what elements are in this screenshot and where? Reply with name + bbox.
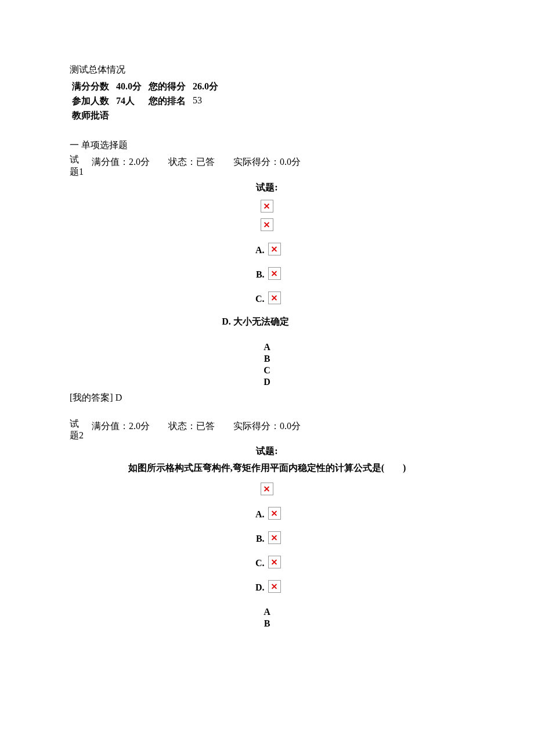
q2-label-bottom: 题2 <box>70 430 84 442</box>
q2-option-a-label: A. <box>253 509 264 520</box>
q1-option-c-label: C. <box>253 294 264 304</box>
broken-image-icon <box>261 200 273 213</box>
broken-image-icon <box>268 531 281 544</box>
q2-meta-text: 满分值：2.0分 状态：已答 实际得分：0.0分 <box>92 420 301 433</box>
q1-choice-b: B <box>70 354 464 364</box>
my-answer-label: [我的答案] <box>70 393 113 402</box>
q1-option-b-label: B. <box>253 269 264 280</box>
section-heading: 一 单项选择题 <box>70 139 464 152</box>
q2-body: 试题: 如图所示格构式压弯构件,弯矩作用平面内稳定性的计算公式是( ) A. B… <box>70 445 464 629</box>
my-answer-value: D <box>116 393 122 402</box>
q1-my-answer: [我的答案] D <box>70 392 464 404</box>
full-score-value: 40.0分 <box>116 80 149 94</box>
q2-stem: 如图所示格构式压弯构件,弯矩作用平面内稳定性的计算公式是( ) <box>70 462 464 474</box>
teacher-comment-label: 教师批语 <box>72 109 116 123</box>
broken-image-icon <box>268 556 281 568</box>
broken-image-icon <box>268 291 281 304</box>
q2-label-top: 试 <box>70 418 84 430</box>
q1-body: 试题: A. B. C. D. 大小无法确定 A B C D <box>70 182 464 387</box>
summary-table: 满分分数 40.0分 您的得分 26.0分 参加人数 74人 您的排名 53 教… <box>72 80 225 123</box>
broken-image-icon <box>268 507 281 520</box>
broken-image-icon <box>261 483 273 495</box>
q1-meta-text: 满分值：2.0分 状态：已答 实际得分：0.0分 <box>92 156 301 168</box>
q2-choice-list: A B <box>70 607 464 629</box>
q1-label-bottom: 题1 <box>70 166 84 178</box>
q1-choice-d: D <box>70 377 464 387</box>
participants-value: 74人 <box>116 94 149 109</box>
full-score-label: 满分分数 <box>72 80 116 94</box>
broken-image-icon <box>268 580 281 593</box>
q1-option-d: D. 大小无法确定 <box>222 316 289 328</box>
q1-label-top: 试 <box>70 154 84 166</box>
q2-meta: 试 题2 满分值：2.0分 状态：已答 实际得分：0.0分 <box>70 418 464 442</box>
q1-choice-list: A B C D <box>70 342 464 387</box>
broken-image-icon <box>268 267 281 280</box>
q1-option-a-label: A. <box>253 245 264 255</box>
q1-title: 试题: <box>70 182 464 194</box>
q2-option-c-label: C. <box>253 558 264 568</box>
q2-option-b-label: B. <box>253 534 264 544</box>
broken-image-icon <box>268 243 281 255</box>
rank-value: 53 <box>193 94 225 109</box>
q2-choice-b: B <box>70 618 464 629</box>
q1-choice-a: A <box>70 342 464 352</box>
rank-label: 您的排名 <box>149 94 193 109</box>
q2-choice-a: A <box>70 607 464 617</box>
overview-title: 测试总体情况 <box>70 64 464 76</box>
q2-option-d-label: D. <box>253 582 264 593</box>
your-score-label: 您的得分 <box>149 80 193 94</box>
participants-label: 参加人数 <box>72 94 116 109</box>
broken-image-icon <box>261 218 273 231</box>
q1-meta: 试 题1 满分值：2.0分 状态：已答 实际得分：0.0分 <box>70 154 464 178</box>
q2-title: 试题: <box>70 445 464 458</box>
your-score-value: 26.0分 <box>193 80 225 94</box>
q1-choice-c: C <box>70 365 464 376</box>
